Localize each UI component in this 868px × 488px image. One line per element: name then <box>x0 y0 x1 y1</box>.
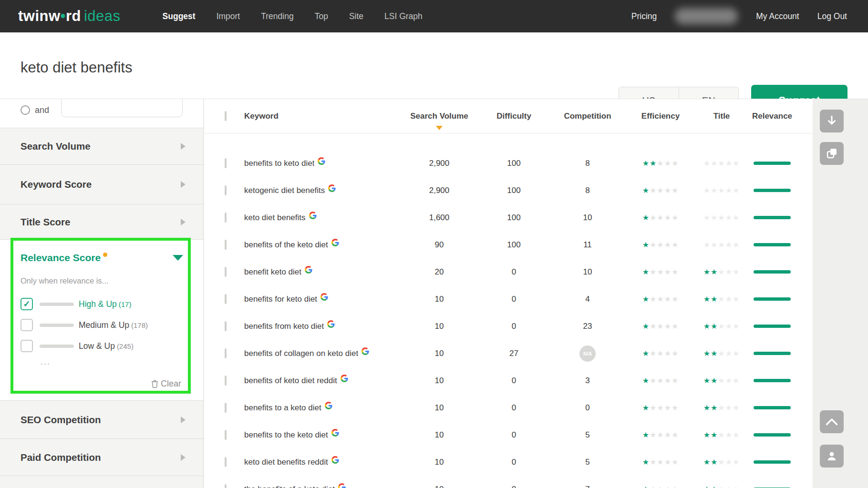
nav-lsi-graph[interactable]: LSI Graph <box>384 11 423 21</box>
keyword-cell[interactable]: benefits of collagen on keto diet <box>244 349 401 358</box>
row-checkbox[interactable] <box>225 158 227 168</box>
nav-site[interactable]: Site <box>349 11 363 21</box>
keyword-cell[interactable]: keto diet benefits reddit <box>244 458 401 467</box>
keyword-text[interactable]: ketogenic diet benefits <box>244 186 325 195</box>
sidebar-section-paid-competition[interactable]: Paid Competition <box>0 439 203 476</box>
nav-log-out[interactable]: Log Out <box>817 11 847 21</box>
copy-button[interactable] <box>820 142 844 165</box>
sidebar-section-title-score[interactable]: Title Score <box>0 204 203 240</box>
row-checkbox[interactable] <box>225 213 227 223</box>
relevance-checkbox[interactable]: ✓ <box>21 298 33 310</box>
row-checkbox[interactable] <box>225 294 227 304</box>
keyword-cell[interactable]: benefit keto diet <box>244 267 401 277</box>
star-icon: ★ <box>642 458 650 466</box>
nav-suggest[interactable]: Suggest <box>163 11 196 21</box>
relevance-checkbox[interactable] <box>21 340 33 352</box>
keyword-cell[interactable]: benefits of keto diet reddit <box>244 376 401 386</box>
chevron-down-icon[interactable] <box>173 255 183 261</box>
relevance-option-high: ✓High & Up(17) <box>21 294 194 315</box>
relevance-option-label[interactable]: Low & Up(245) <box>79 341 134 351</box>
google-icon[interactable] <box>327 320 335 328</box>
account-rail-button[interactable] <box>820 445 844 468</box>
header-search-volume[interactable]: Search Volume <box>401 112 477 121</box>
difficulty-cell: 0 <box>477 485 550 488</box>
header-title[interactable]: Title <box>696 112 747 121</box>
star-rating: ★★★★★ <box>703 295 740 303</box>
google-icon[interactable] <box>362 347 369 355</box>
keyword-text[interactable]: benefits from keto diet <box>244 322 324 331</box>
google-icon[interactable] <box>328 184 336 192</box>
google-icon[interactable] <box>341 375 348 382</box>
relevance-option-label[interactable]: Medium & Up(178) <box>79 320 148 330</box>
nav-top[interactable]: Top <box>315 11 328 21</box>
relevance-score-title[interactable]: Relevance Score <box>21 252 101 264</box>
row-checkbox[interactable] <box>225 348 227 358</box>
keyword-cell[interactable]: benefits of the keto diet <box>244 240 401 250</box>
keyword-cell[interactable]: benefits to keto diet <box>244 159 401 168</box>
keyword-text[interactable]: benefits for keto diet <box>244 295 317 304</box>
google-icon[interactable] <box>325 402 332 409</box>
row-checkbox[interactable] <box>225 430 227 440</box>
keyword-cell[interactable]: the benefits of a keto diet <box>244 485 401 488</box>
google-icon[interactable] <box>305 266 312 274</box>
twinword-ideas-logo[interactable]: twinw•rdideas <box>18 8 121 25</box>
sidebar-section-keyword-score[interactable]: Keyword Score <box>0 165 203 204</box>
relevance-option-label[interactable]: High & Up(17) <box>79 299 131 309</box>
google-icon[interactable] <box>331 239 339 246</box>
nav-my-account[interactable]: My Account <box>756 11 799 21</box>
row-checkbox[interactable] <box>225 267 227 277</box>
more-options-ellipsis[interactable]: ... <box>41 357 51 367</box>
google-icon[interactable] <box>338 483 346 488</box>
filter-keyword-input[interactable] <box>61 99 183 117</box>
keyword-text[interactable]: keto diet benefits <box>244 213 306 223</box>
relevance-bar <box>754 297 791 301</box>
keyword-cell[interactable]: benefits from keto diet <box>244 322 401 331</box>
keyword-cell[interactable]: benefits to the keto diet <box>244 430 401 440</box>
keyword-text[interactable]: benefits to the keto diet <box>244 430 328 440</box>
header-relevance[interactable]: Relevance <box>747 112 797 121</box>
google-icon[interactable] <box>320 293 328 301</box>
sidebar-section-seo-competition[interactable]: SEO Competition <box>0 401 203 439</box>
download-button[interactable] <box>820 110 844 132</box>
keyword-text[interactable]: benefits of keto diet reddit <box>244 376 337 386</box>
nav-import[interactable]: Import <box>217 11 240 21</box>
row-checkbox[interactable] <box>225 321 227 331</box>
keyword-text[interactable]: the benefits of a keto diet <box>244 485 335 488</box>
select-all-checkbox[interactable] <box>225 111 227 121</box>
row-checkbox[interactable] <box>225 403 227 413</box>
and-radio[interactable] <box>21 105 30 115</box>
keyword-cell[interactable]: benefits for keto diet <box>244 295 401 304</box>
keyword-cell[interactable]: ketogenic diet benefits <box>244 186 401 195</box>
google-icon[interactable] <box>331 429 339 437</box>
keyword-text[interactable]: benefit keto diet <box>244 267 301 277</box>
keyword-cell[interactable]: keto diet benefits <box>244 213 401 223</box>
header-competition[interactable]: Competition <box>550 112 625 121</box>
google-icon[interactable] <box>309 212 317 219</box>
section-title: SEO Competition <box>21 414 101 426</box>
keyword-text[interactable]: benefits to a keto diet <box>244 403 321 413</box>
header-keyword[interactable]: Keyword <box>244 112 401 121</box>
clear-filter-button[interactable]: Clear <box>151 379 181 389</box>
keyword-text[interactable]: benefits of collagen on keto diet <box>244 349 358 358</box>
header-difficulty[interactable]: Difficulty <box>477 112 550 121</box>
row-checkbox[interactable] <box>225 484 227 488</box>
search-query-input[interactable]: keto diet benefits <box>21 59 132 76</box>
google-icon[interactable] <box>331 456 339 464</box>
nav-pricing[interactable]: Pricing <box>631 11 657 21</box>
scroll-to-top-button[interactable] <box>820 410 844 433</box>
nav-trending[interactable]: Trending <box>261 11 293 21</box>
sidebar-section-search-volume[interactable]: Search Volume <box>0 128 203 165</box>
keyword-text[interactable]: benefits to keto diet <box>244 159 314 168</box>
keyword-text[interactable]: keto diet benefits reddit <box>244 458 328 467</box>
keyword-cell[interactable]: benefits to a keto diet <box>244 403 401 413</box>
row-checkbox[interactable] <box>225 240 227 250</box>
google-icon[interactable] <box>318 157 325 165</box>
row-checkbox[interactable] <box>225 457 227 467</box>
keyword-text[interactable]: benefits of the keto diet <box>244 240 328 250</box>
relevance-checkbox[interactable] <box>21 319 33 331</box>
row-checkbox[interactable] <box>225 185 227 195</box>
star-icon: ★ <box>657 241 664 249</box>
header-efficiency[interactable]: Efficiency <box>625 112 696 121</box>
row-checkbox[interactable] <box>225 376 227 386</box>
competition-cell: 0 <box>550 403 625 413</box>
